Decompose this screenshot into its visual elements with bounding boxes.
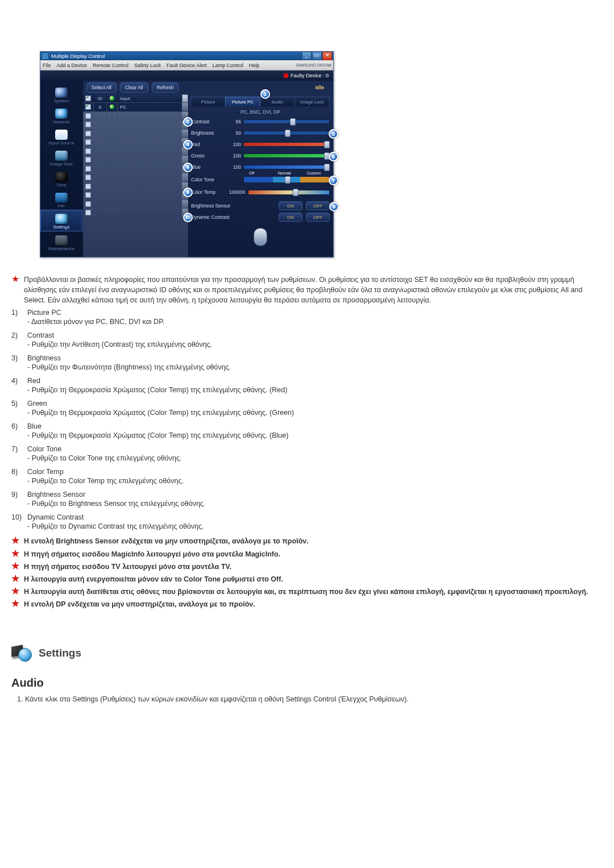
color-tone-selector[interactable]: Off Normal Custom 7: [243, 176, 330, 183]
feature-item: 9)Brightness Sensor- Ρυθμίζει το Brightn…: [11, 491, 603, 508]
nav-image-size[interactable]: Image Size: [40, 147, 82, 168]
row-checkbox[interactable]: [85, 201, 91, 207]
brand-label: SAMSUNG DIGITall: [296, 63, 331, 68]
row-checkbox[interactable]: [85, 166, 91, 172]
red-label: Red: [191, 142, 225, 147]
star-note-bold: ★Η λειτουργία αυτή διατίθεται στις οθόνε…: [11, 587, 603, 597]
nav-system[interactable]: System: [40, 84, 82, 105]
menu-safety-lock[interactable]: Safety Lock: [134, 63, 161, 68]
tone-custom-label: Custom: [307, 171, 321, 175]
star-note-bold: ★Η πηγή σήματος εισόδου MagicInfo λειτου…: [11, 549, 603, 559]
image-size-icon: [55, 151, 68, 161]
row-checkbox[interactable]: [85, 192, 91, 198]
nav-label: Network: [53, 119, 69, 124]
status-row: Faulty Device : 0: [40, 70, 333, 81]
feature-item: 1)Picture PC- Διατίθεται μόνον για PC, B…: [11, 309, 603, 326]
refresh-button[interactable]: Refresh: [152, 82, 179, 93]
brightness-sensor-on[interactable]: ON: [279, 201, 302, 210]
red-value: 100: [225, 142, 243, 147]
nav-label: Maintenance: [48, 246, 74, 251]
pip-icon: [55, 193, 68, 203]
green-label: Green: [191, 153, 225, 159]
grid-row[interactable]: 0 PC: [83, 102, 188, 111]
header-checkbox[interactable]: [85, 95, 91, 101]
feature-item: 4)Red- Ρυθμίζει τη Θερμοκρασία Χρώματος …: [11, 377, 603, 394]
audio-heading: Audio: [11, 676, 603, 690]
device-grid: ID Input 0 PC: [83, 94, 189, 257]
menu-help[interactable]: Help: [249, 63, 260, 68]
grid-row-empty: [83, 190, 188, 200]
star-note-bold: ★Η πηγή σήματος εισόδου TV λειτουργεί μό…: [11, 562, 603, 572]
callout-1: 1: [260, 89, 270, 99]
star-note: ★ Προβάλλονται οι βασικές πληροφορίες πο…: [11, 275, 603, 305]
tab-bar: 1 Picture Picture PC Audio Image Lock: [191, 97, 330, 106]
maximize-button[interactable]: ▭: [312, 52, 322, 60]
nav-settings[interactable]: Settings: [40, 210, 82, 231]
menu-remote-control[interactable]: Remote Control: [93, 63, 128, 68]
nav-label: PIP: [58, 203, 65, 209]
row-checkbox[interactable]: [85, 175, 91, 180]
row-checkbox[interactable]: [85, 131, 91, 136]
menu-fault-device-alert[interactable]: Fault Device Alert: [167, 63, 207, 68]
nav-pip[interactable]: PIP: [40, 189, 82, 210]
grid-row-empty: [83, 155, 188, 164]
row-checkbox[interactable]: [85, 148, 91, 154]
green-slider[interactable]: 5: [243, 153, 330, 158]
brightness-sensor-off[interactable]: OFF: [306, 201, 330, 210]
feature-item: 6)Blue- Ρυθμίζει τη Θερμοκρασία Χρώματος…: [11, 422, 603, 439]
row-checkbox[interactable]: [85, 184, 91, 189]
minimize-button[interactable]: _: [302, 52, 312, 60]
contrast-slider[interactable]: [243, 119, 330, 124]
color-temp-label: Color Temp: [191, 189, 225, 195]
tone-normal-label: Normal: [278, 171, 291, 175]
nav-time[interactable]: Time: [40, 168, 82, 189]
row-checkbox[interactable]: [85, 122, 91, 127]
menu-lamp-control[interactable]: Lamp Control: [213, 63, 243, 68]
dynamic-contrast-on[interactable]: ON: [279, 213, 302, 222]
grid-row-empty: [83, 120, 188, 129]
nav-maintenance[interactable]: Maintenance: [40, 231, 82, 252]
close-button[interactable]: ✕: [322, 52, 332, 60]
row-input: PC: [118, 103, 182, 111]
nav-input-source[interactable]: Input Source: [40, 126, 82, 147]
star-icon: ★: [11, 275, 19, 305]
clear-all-button[interactable]: Clear All: [120, 82, 148, 93]
feature-item: 7)Color Tone- Ρυθμίζει το Color Tone της…: [11, 445, 603, 462]
grid-row-empty: [83, 173, 188, 182]
feature-item: 10)Dynamic Contrast- Ρυθμίζει το Dynamic…: [11, 513, 603, 530]
row-lamp-icon: [110, 105, 114, 109]
faulty-device-label: Faulty Device : 0: [291, 73, 329, 78]
control-panel: 1 Picture Picture PC Audio Image Lock PC…: [189, 94, 333, 257]
row-checkbox[interactable]: [85, 157, 91, 163]
brightness-slider[interactable]: 3: [243, 131, 330, 135]
input-source-icon: [55, 130, 68, 140]
color-temp-slider[interactable]: [248, 190, 330, 195]
tab-image-lock[interactable]: Image Lock: [294, 97, 330, 106]
red-slider[interactable]: [243, 142, 330, 147]
row-checkbox[interactable]: [85, 139, 91, 145]
brightness-value: 50: [225, 130, 243, 136]
row-checkbox[interactable]: [85, 210, 91, 215]
row-id: 0: [94, 103, 107, 111]
green-value: 100: [225, 153, 243, 159]
nav-network[interactable]: Network: [40, 105, 82, 126]
row-checkbox[interactable]: [85, 104, 91, 110]
tone-off-label: Off: [249, 171, 254, 175]
tab-picture-pc[interactable]: Picture PC: [225, 97, 260, 106]
menubar: File Add a Device Remote Control Safety …: [40, 60, 333, 70]
star-note-bold: ★Η λειτουργία αυτή ενεργοποιείται μόνον …: [11, 574, 603, 584]
blue-slider[interactable]: [243, 165, 330, 169]
row-checkbox[interactable]: [85, 113, 91, 119]
section-header-settings: Settings: [11, 643, 603, 663]
dynamic-contrast-off[interactable]: OFF: [306, 213, 330, 222]
header-id[interactable]: ID: [94, 94, 107, 102]
menu-add-device[interactable]: Add a Device: [57, 63, 88, 68]
menu-file[interactable]: File: [43, 63, 51, 68]
color-tone-label: Color Tone: [191, 177, 225, 182]
star-note-bold: ★Η εντολή DP ενδέχεται να μην υποστηρίζε…: [11, 599, 603, 609]
tab-picture[interactable]: Picture: [190, 97, 226, 106]
app-screenshot: Multiple Display Control _ ▭ ✕ File Add …: [40, 51, 334, 258]
header-input[interactable]: Input: [118, 94, 182, 102]
select-all-button[interactable]: Select All: [86, 82, 117, 93]
app-icon: [42, 52, 49, 60]
